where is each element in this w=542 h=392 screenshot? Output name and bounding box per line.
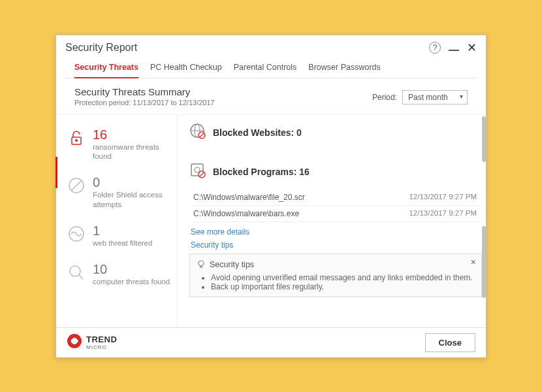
web-threat-count: 1 [93, 224, 152, 237]
ransomware-label: ransomware threats found [93, 142, 170, 162]
lock-icon [67, 128, 86, 148]
svg-point-13 [195, 167, 200, 172]
trend-logo-icon [67, 333, 82, 351]
brand-text: TREND MICRO [86, 335, 117, 350]
scrollbar[interactable] [481, 115, 486, 327]
stat-web-threat[interactable]: 1 web threat filtered [60, 219, 177, 257]
period-label: Period: [372, 93, 397, 102]
tab-parental-controls[interactable]: Parental Controls [234, 59, 297, 78]
footer: TREND MICRO Close [56, 327, 486, 357]
globe-icon [189, 123, 206, 142]
computer-threats-label: computer threats found [93, 277, 170, 287]
program-time: 12/13/2017 9:27 PM [409, 209, 477, 218]
web-threat-label: web threat filtered [93, 238, 152, 248]
tips-title: Security tips [210, 260, 254, 269]
window-title: Security Report [65, 42, 137, 54]
program-row: C:\Windows\malware\bars.exe 12/13/2017 9… [192, 206, 482, 222]
brand-bottom: MICRO [86, 344, 117, 350]
protection-period: Protection period: 11/13/2017 to 12/13/2… [74, 99, 215, 106]
security-report-window: Security Report ? ✕ Security Threats PC … [56, 35, 486, 358]
svg-line-3 [72, 181, 81, 190]
tabs: Security Threats PC Health Checkup Paren… [65, 59, 477, 78]
period-row: Period: Past month [372, 90, 468, 105]
folder-shield-label: Folder Shield access attempts [93, 190, 170, 210]
brand: TREND MICRO [67, 333, 117, 351]
title-actions: ? ✕ [429, 42, 477, 54]
tips-title-row: Security tips [197, 259, 475, 270]
security-tips-link[interactable]: Security tips [191, 240, 482, 250]
program-icon [189, 162, 206, 182]
blocked-programs-head: Blocked Programs: 16 [189, 162, 482, 182]
content-area: 16 ransomware threats found 0 Folder Shi… [56, 114, 486, 327]
svg-rect-17 [200, 266, 202, 268]
magnifier-icon [67, 263, 86, 282]
tips-close-icon[interactable]: × [471, 257, 476, 267]
close-icon[interactable]: ✕ [467, 42, 477, 54]
tab-browser-passwords[interactable]: Browser Passwords [308, 59, 380, 78]
brand-top: TREND [86, 335, 117, 344]
summary-row: Security Threats Summary Protection peri… [56, 78, 486, 109]
blocked-programs-title: Blocked Programs: 16 [213, 167, 310, 177]
summary-left: Security Threats Summary Protection peri… [74, 86, 215, 106]
period-value: Past month [408, 93, 448, 102]
stat-ransomware[interactable]: 16 ransomware threats found [60, 123, 177, 171]
minimize-icon[interactable] [449, 50, 459, 51]
wave-icon [67, 224, 86, 244]
main-panel: Blocked Websites: 0 Blocked Programs: 16… [178, 115, 486, 327]
ransomware-count: 16 [93, 128, 170, 141]
folder-shield-count: 0 [93, 176, 170, 189]
titlebar: Security Report ? ✕ [56, 35, 486, 59]
program-path: C:\Windows\malware\file_20.scr [193, 193, 305, 202]
blocked-websites-title: Blocked Websites: 0 [213, 127, 302, 138]
help-icon[interactable]: ? [429, 42, 441, 54]
shield-icon [67, 176, 86, 195]
period-select[interactable]: Past month [402, 90, 468, 105]
security-tips-box: × Security tips Avoid opening unverified… [189, 253, 482, 297]
scrollbar-thumb[interactable] [482, 116, 486, 162]
close-button[interactable]: Close [425, 333, 475, 352]
svg-point-5 [70, 266, 80, 276]
sidebar: 16 ransomware threats found 0 Folder Shi… [56, 115, 178, 327]
program-list: C:\Windows\malware\file_20.scr 12/13/201… [192, 189, 482, 222]
scrollbar-thumb[interactable] [482, 226, 486, 298]
stat-computer-threats[interactable]: 10 computer threats found [60, 257, 177, 296]
tip-item: Back up important files regularly. [211, 282, 475, 291]
summary-title: Security Threats Summary [74, 86, 215, 97]
computer-threats-count: 10 [93, 263, 170, 276]
program-row: C:\Windows\malware\file_20.scr 12/13/201… [192, 189, 482, 206]
accent-bar [56, 157, 57, 188]
svg-point-1 [75, 139, 78, 142]
stat-folder-shield[interactable]: 0 Folder Shield access attempts [60, 171, 177, 219]
program-time: 12/13/2017 9:27 PM [409, 193, 477, 202]
tab-security-threats[interactable]: Security Threats [74, 59, 138, 78]
blocked-websites-head: Blocked Websites: 0 [189, 123, 482, 142]
svg-line-6 [79, 275, 83, 279]
tab-pc-health-checkup[interactable]: PC Health Checkup [150, 59, 222, 78]
program-path: C:\Windows\malware\bars.exe [193, 209, 299, 218]
tip-item: Avoid opening unverified email messages … [211, 273, 475, 282]
svg-point-16 [199, 261, 204, 266]
lightbulb-icon [197, 259, 206, 270]
see-more-details-link[interactable]: See more details [191, 227, 482, 237]
